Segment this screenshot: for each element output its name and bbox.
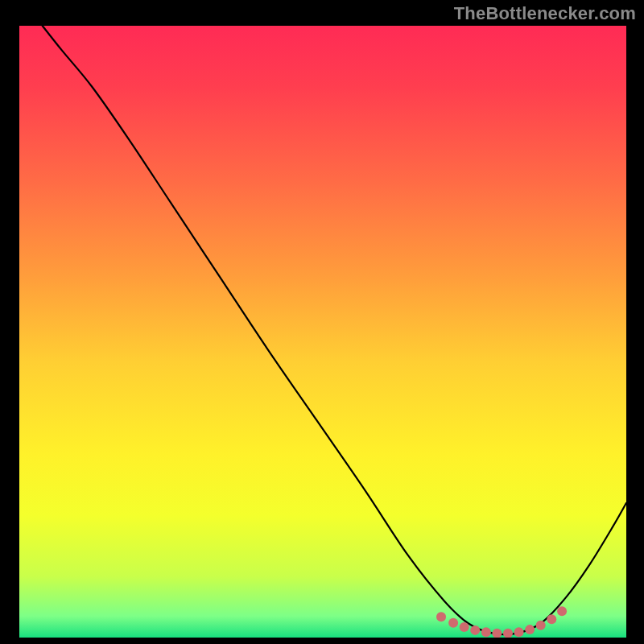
trough-marker: [514, 627, 524, 637]
trough-marker: [448, 618, 458, 628]
trough-marker: [525, 625, 535, 634]
trough-marker: [436, 612, 446, 621]
trough-marker: [460, 622, 469, 632]
trough-marker: [503, 629, 513, 638]
trough-marker: [536, 621, 546, 630]
trough-marker: [492, 629, 502, 638]
trough-marker: [470, 625, 480, 635]
chart-stage: TheBottleneсker.com: [0, 0, 644, 644]
trough-marker: [481, 627, 491, 637]
trough-marker: [547, 614, 556, 624]
bottleneck-chart: [0, 0, 644, 644]
gradient-background: [19, 26, 626, 638]
trough-marker: [557, 606, 567, 616]
